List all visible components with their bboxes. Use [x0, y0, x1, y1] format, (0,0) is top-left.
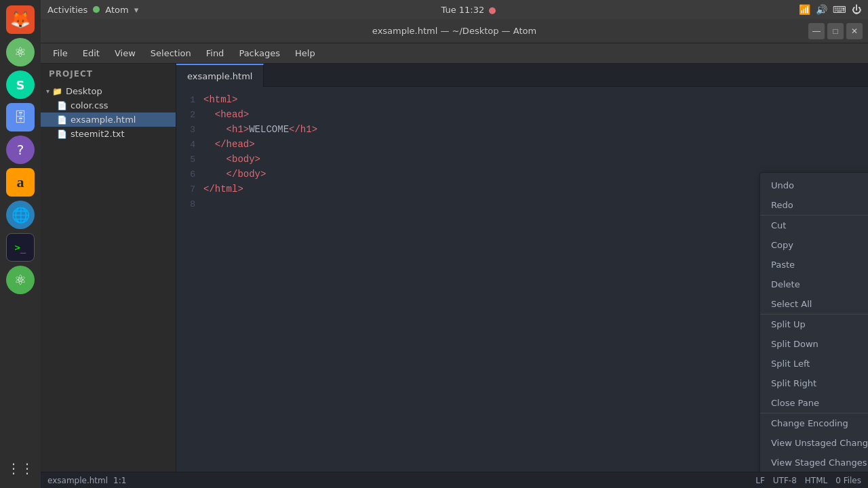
- amazon-icon[interactable]: a: [6, 168, 35, 197]
- atom-dropdown-icon[interactable]: ▾: [134, 5, 139, 15]
- close-button[interactable]: ✕: [846, 23, 863, 39]
- context-menu-copy[interactable]: Copy Ctrl+Ins: [760, 235, 868, 255]
- ctx-split-left-label: Split Left: [771, 359, 810, 369]
- file-label-steemit2-txt: steemit2.txt: [71, 129, 125, 139]
- ctx-view-unstaged-label: View Unstaged Changes: [771, 438, 868, 448]
- volume-icon: 🔊: [816, 4, 827, 15]
- status-encoding[interactable]: LF: [755, 476, 765, 485]
- context-menu: Undo Ctrl+Z Redo Ctrl+Shift+Z Cut Shift+…: [760, 172, 868, 472]
- context-menu-undo[interactable]: Undo Ctrl+Z: [760, 176, 868, 195]
- context-menu-cut[interactable]: Cut Shift+Del: [760, 216, 868, 235]
- atom-app-name[interactable]: Atom: [105, 5, 128, 15]
- context-menu-paste[interactable]: Paste Shift+Ins: [760, 255, 868, 274]
- context-menu-delete[interactable]: Delete Del: [760, 274, 868, 294]
- menu-selection[interactable]: Selection: [144, 45, 198, 61]
- ctx-split-right-label: Split Right: [771, 378, 816, 388]
- terminal-icon[interactable]: >_: [6, 233, 35, 262]
- editor-content: Project ▾ 📁 Desktop 📄 color.css 📄 exsamp…: [41, 64, 868, 472]
- app-layout: 🦊 ⚛ S 🗄 ? a 🌐 >_ ⚛ ⋮⋮ Activities Atom ▾ …: [0, 0, 868, 488]
- tree-file-color-css[interactable]: 📄 color.css: [41, 98, 176, 113]
- line-number-7: 7: [176, 184, 203, 195]
- context-menu-change-encoding[interactable]: Change Encoding Ctrl+Shift+U: [760, 413, 868, 433]
- file-label-exsample-html: exsample.html: [71, 115, 136, 125]
- ctx-split-up-label: Split Up: [771, 319, 806, 329]
- line-content-4: </head>: [203, 139, 255, 150]
- window-title: exsample.html — ~/Desktop — Atom: [372, 26, 536, 36]
- context-menu-group-split: Split Up Split Down Split Left Spli: [760, 314, 868, 413]
- line-content-5: <body>: [203, 154, 260, 165]
- steemit-icon[interactable]: S: [6, 70, 35, 99]
- system-bar-left: Activities Atom ▾: [47, 5, 138, 15]
- context-menu-view-unstaged[interactable]: View Unstaged Changes: [760, 433, 868, 453]
- context-menu-split-left[interactable]: Split Left: [760, 354, 868, 373]
- system-bar-right: 📶 🔊 ⌨ ⏻: [799, 4, 861, 15]
- ctx-paste-label: Paste: [771, 260, 795, 270]
- menu-view[interactable]: View: [108, 45, 142, 61]
- ctx-change-encoding-label: Change Encoding: [771, 418, 848, 428]
- line-number-6: 6: [176, 169, 203, 180]
- atom-icon[interactable]: ⚛: [6, 38, 35, 66]
- atom-green-icon[interactable]: ⚛: [6, 266, 35, 294]
- file-icon: 📄: [57, 101, 67, 110]
- menu-help[interactable]: Help: [288, 45, 322, 61]
- title-bar: exsample.html — ~/Desktop — Atom — □ ✕: [41, 19, 868, 43]
- context-menu-close-pane[interactable]: Close Pane Ctrl+W: [760, 393, 868, 413]
- minimize-button[interactable]: —: [808, 23, 825, 39]
- ctx-cut-label: Cut: [771, 220, 786, 230]
- browser-icon[interactable]: 🌐: [6, 201, 35, 229]
- menu-bar: File Edit View Selection Find Packages H…: [41, 43, 868, 64]
- line-number-8: 8: [176, 199, 203, 209]
- menu-find[interactable]: Find: [199, 45, 231, 61]
- menu-packages[interactable]: Packages: [232, 45, 287, 61]
- context-menu-view-staged[interactable]: View Staged Changes: [760, 453, 868, 472]
- tab-bar: exsample.html: [176, 64, 868, 87]
- context-menu-group-undo-redo: Undo Ctrl+Z Redo Ctrl+Shift+Z: [760, 176, 868, 216]
- context-menu-split-right[interactable]: Split Right: [760, 373, 868, 393]
- maximize-button[interactable]: □: [827, 23, 844, 39]
- menu-edit[interactable]: Edit: [76, 45, 106, 61]
- ctx-close-pane-label: Close Pane: [771, 398, 819, 408]
- status-files[interactable]: 0 Files: [835, 476, 861, 485]
- file-icon-html: 📄: [57, 115, 67, 125]
- sidebar: Project ▾ 📁 Desktop 📄 color.css 📄 exsamp…: [41, 64, 176, 472]
- context-menu-split-up[interactable]: Split Up: [760, 314, 868, 334]
- context-menu-select-all[interactable]: Select All Ctrl+A: [760, 294, 868, 314]
- window-controls: — □ ✕: [808, 23, 863, 39]
- context-menu-redo[interactable]: Redo Ctrl+Shift+Z: [760, 195, 868, 215]
- line-number-3: 3: [176, 125, 203, 135]
- context-menu-split-down[interactable]: Split Down: [760, 334, 868, 354]
- system-bar-center: Tue 11:32 ●: [441, 5, 496, 15]
- status-position[interactable]: 1:1: [113, 476, 126, 485]
- power-icon: ⏻: [852, 4, 861, 15]
- main-area: Activities Atom ▾ Tue 11:32 ● 📶 🔊 ⌨ ⏻ ex…: [41, 0, 868, 488]
- line-content-6: </body>: [203, 169, 266, 180]
- tree-folder-desktop[interactable]: ▾ 📁 Desktop: [41, 84, 176, 98]
- ctx-redo-label: Redo: [771, 200, 793, 210]
- code-line-2: 2 <head>: [176, 107, 868, 122]
- menu-file[interactable]: File: [46, 45, 75, 61]
- status-type[interactable]: HTML: [805, 476, 827, 485]
- tree-file-exsample-html[interactable]: 📄 exsample.html: [41, 113, 176, 127]
- keyboard-icon: ⌨: [833, 4, 846, 15]
- activities-button[interactable]: Activities: [47, 5, 87, 15]
- ctx-copy-label: Copy: [771, 240, 793, 250]
- status-charset[interactable]: UTF-8: [773, 476, 797, 485]
- ctx-delete-label: Delete: [771, 279, 800, 289]
- files-icon[interactable]: 🗄: [6, 103, 35, 131]
- tab-exsample-html[interactable]: exsample.html: [176, 64, 264, 87]
- line-content-2: <head>: [203, 109, 249, 120]
- status-file[interactable]: exsample.html: [47, 476, 108, 485]
- tree-file-steemit2-txt[interactable]: 📄 steemit2.txt: [41, 127, 176, 141]
- line-number-1: 1: [176, 95, 203, 105]
- line-number-2: 2: [176, 110, 203, 120]
- folder-label: Desktop: [66, 86, 102, 96]
- firefox-icon[interactable]: 🦊: [6, 5, 35, 34]
- status-bar-left: exsample.html 1:1: [47, 476, 126, 485]
- wifi-icon: 📶: [799, 4, 810, 15]
- time-display: Tue 11:32: [441, 5, 484, 15]
- code-line-5: 5 <body>: [176, 152, 868, 167]
- line-number-5: 5: [176, 155, 203, 165]
- apps-grid-icon[interactable]: ⋮⋮: [6, 454, 35, 483]
- help-icon[interactable]: ?: [6, 136, 35, 164]
- status-bar: exsample.html 1:1 LF UTF-8 HTML 0 Files: [41, 472, 868, 488]
